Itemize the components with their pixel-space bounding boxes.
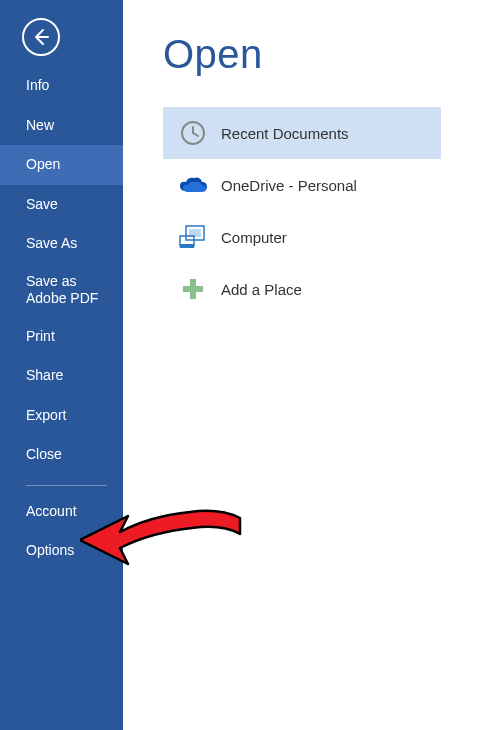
main-panel: Open Recent Documents O [123, 0, 500, 730]
sidebar-item-label: New [26, 117, 54, 133]
location-label: OneDrive - Personal [221, 177, 357, 194]
location-recent-documents[interactable]: Recent Documents [163, 107, 441, 159]
svg-rect-6 [183, 286, 203, 292]
location-label: Recent Documents [221, 125, 349, 142]
arrow-left-icon [31, 27, 51, 47]
sidebar-item-close[interactable]: Close [0, 435, 123, 475]
sidebar-item-account[interactable]: Account [0, 492, 123, 532]
sidebar-item-label: Export [26, 407, 66, 423]
location-computer[interactable]: Computer [163, 211, 441, 263]
sidebar-item-export[interactable]: Export [0, 396, 123, 436]
back-button[interactable] [22, 18, 60, 56]
sidebar-item-save-as[interactable]: Save As [0, 224, 123, 264]
onedrive-icon [173, 165, 213, 205]
sidebar-item-save[interactable]: Save [0, 185, 123, 225]
sidebar-item-share[interactable]: Share [0, 356, 123, 396]
sidebar-item-label: Info [26, 77, 49, 93]
location-list: Recent Documents OneDrive - Personal [163, 107, 441, 315]
location-label: Computer [221, 229, 287, 246]
sidebar-item-label: Save [26, 196, 58, 212]
sidebar: Info New Open Save Save As Save as Adobe… [0, 0, 123, 730]
sidebar-item-label: Save as Adobe PDF [26, 273, 98, 307]
computer-icon [173, 217, 213, 257]
location-label: Add a Place [221, 281, 302, 298]
sidebar-item-label: Options [26, 542, 74, 558]
svg-rect-4 [180, 244, 194, 248]
sidebar-item-label: Print [26, 328, 55, 344]
sidebar-item-save-as-adobe-pdf[interactable]: Save as Adobe PDF [0, 264, 123, 317]
sidebar-item-label: Open [26, 156, 60, 172]
clock-icon [173, 113, 213, 153]
sidebar-item-label: Share [26, 367, 63, 383]
sidebar-item-open[interactable]: Open [0, 145, 123, 185]
sidebar-item-info[interactable]: Info [0, 66, 123, 106]
sidebar-item-print[interactable]: Print [0, 317, 123, 357]
sidebar-item-new[interactable]: New [0, 106, 123, 146]
backstage-view: Info New Open Save Save As Save as Adobe… [0, 0, 500, 730]
sidebar-item-label: Close [26, 446, 62, 462]
sidebar-item-label: Save As [26, 235, 77, 251]
location-onedrive[interactable]: OneDrive - Personal [163, 159, 441, 211]
page-title: Open [163, 32, 500, 77]
location-add-a-place[interactable]: Add a Place [163, 263, 441, 315]
plus-icon [173, 269, 213, 309]
sidebar-item-options[interactable]: Options [0, 531, 123, 571]
sidebar-separator [26, 485, 107, 486]
sidebar-item-label: Account [26, 503, 77, 519]
